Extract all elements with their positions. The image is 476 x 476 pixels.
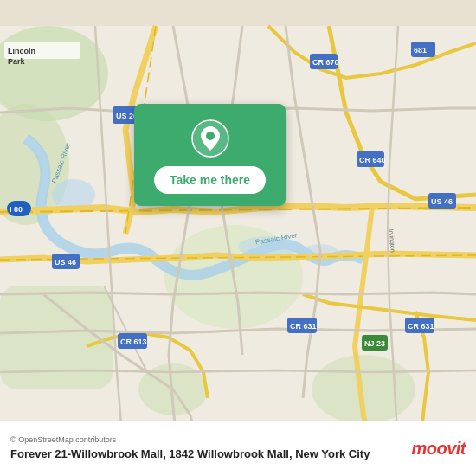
take-me-there-button[interactable]: Take me there [154,166,266,194]
svg-text:CR 613: CR 613 [120,338,147,346]
bottom-bar: © OpenStreetMap contributors Forever 21-… [0,421,476,476]
svg-point-39 [206,132,215,140]
location-info: © OpenStreetMap contributors Forever 21-… [10,435,402,462]
overlay-card: Take me there [134,104,286,206]
moovit-logo: moovit [411,439,466,459]
location-name: Forever 21-Willowbrook Mall, 1842 Willow… [10,447,402,462]
svg-text:CR 670: CR 670 [312,58,339,67]
svg-text:CR 640: CR 640 [359,156,386,164]
svg-text:NJ 23: NJ 23 [364,339,385,348]
svg-text:Lincoln: Lincoln [8,47,35,55]
map-background: Lincoln Park US 202 CR 670 681 CR 640 US… [0,0,476,476]
svg-text:CR 631: CR 631 [290,322,317,331]
svg-text:681: 681 [414,46,427,55]
location-pin-icon [191,119,229,158]
svg-rect-3 [0,286,113,389]
svg-text:US 46: US 46 [55,258,76,267]
svg-text:CR 631: CR 631 [408,322,434,331]
map-container: Lincoln Park US 202 CR 670 681 CR 640 US… [0,0,476,476]
moovit-logo-text: moovit [411,439,466,459]
svg-text:I 80: I 80 [10,205,23,214]
svg-text:US 46: US 46 [431,197,453,206]
osm-attribution: © OpenStreetMap contributors [10,435,402,444]
svg-text:Park: Park [8,57,26,66]
